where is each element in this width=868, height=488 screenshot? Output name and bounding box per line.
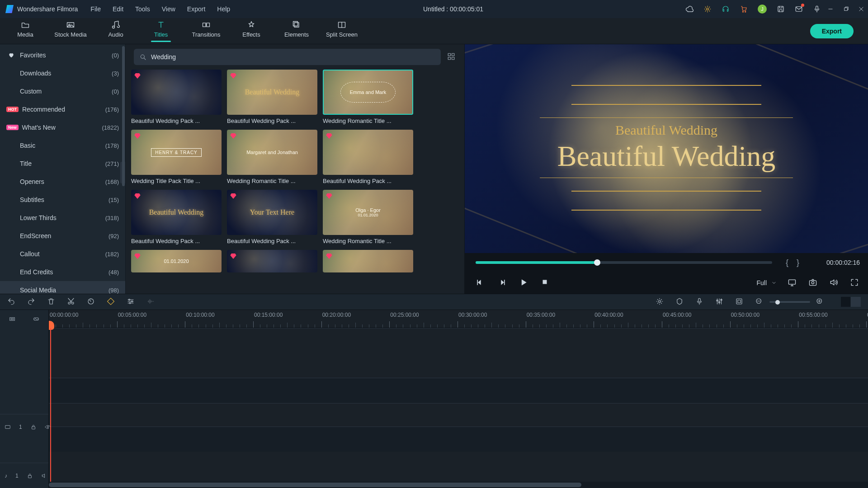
title-thumb[interactable] bbox=[323, 130, 413, 175]
hint-icon[interactable] bbox=[703, 5, 712, 13]
tab-effects[interactable]: Effects bbox=[229, 18, 274, 44]
title-thumb[interactable]: Your Text Here bbox=[227, 190, 317, 235]
title-card[interactable]: Your Text HereBeautiful Wedding Pack ... bbox=[227, 190, 317, 244]
cloud-icon[interactable] bbox=[685, 5, 693, 13]
play-icon[interactable] bbox=[519, 278, 529, 288]
sidebar-item-subtitles[interactable]: Subtitles(15) bbox=[0, 191, 125, 209]
menu-help[interactable]: Help bbox=[217, 5, 230, 13]
tab-split-screen[interactable]: Split Screen bbox=[319, 18, 364, 44]
tab-audio[interactable]: Audio bbox=[93, 18, 138, 44]
lock-icon[interactable] bbox=[27, 473, 33, 479]
sidebar-item-favorites[interactable]: Favorites(0) bbox=[0, 46, 125, 64]
timeline-hscroll[interactable] bbox=[49, 482, 868, 488]
download-icon[interactable] bbox=[307, 104, 315, 112]
ripple-link-icon[interactable] bbox=[33, 315, 40, 323]
messages-icon[interactable] bbox=[795, 5, 803, 13]
next-frame-icon[interactable] bbox=[497, 278, 507, 288]
mark-out-icon[interactable]: } bbox=[795, 258, 801, 267]
title-card[interactable]: Emma and MarkWedding Romantic Title ... bbox=[323, 70, 413, 124]
grid-view-icon[interactable] bbox=[447, 52, 456, 61]
search-field[interactable] bbox=[134, 49, 441, 65]
speed-icon[interactable] bbox=[87, 297, 96, 306]
title-card[interactable]: Beautiful WeddingBeautiful Wedding Pack … bbox=[227, 70, 317, 124]
mute-icon[interactable] bbox=[41, 473, 47, 479]
download-icon[interactable] bbox=[211, 224, 219, 232]
sidebar-item-custom[interactable]: Custom(0) bbox=[0, 82, 125, 100]
download-icon[interactable] bbox=[402, 224, 410, 232]
zoom-knob-icon[interactable] bbox=[775, 300, 780, 305]
audio-track-1[interactable] bbox=[49, 427, 868, 452]
sidebar-item-endscreen[interactable]: EndScreen(92) bbox=[0, 227, 125, 245]
audio-track-header[interactable]: ♪1 bbox=[0, 463, 48, 488]
save-icon[interactable] bbox=[777, 5, 785, 13]
sidebar-item-basic[interactable]: Basic(178) bbox=[0, 136, 125, 155]
title-card[interactable]: Beautiful Wedding Pack ... bbox=[323, 130, 413, 184]
tab-stock-media[interactable]: Stock Media bbox=[48, 18, 93, 44]
cart-icon[interactable] bbox=[740, 5, 748, 13]
title-card[interactable]: HENRY & TRACYWedding Title Pack Title ..… bbox=[131, 130, 222, 184]
mark-in-icon[interactable]: { bbox=[784, 258, 790, 267]
color-icon[interactable] bbox=[107, 297, 116, 306]
sidebar-item-social-media[interactable]: Social Media(98) bbox=[0, 281, 125, 294]
title-thumb[interactable] bbox=[227, 250, 317, 272]
title-thumb[interactable]: Beautiful Wedding bbox=[227, 70, 317, 115]
download-icon[interactable] bbox=[307, 224, 315, 232]
voiceover-icon[interactable] bbox=[695, 297, 704, 306]
sidebar-item-lower-thirds[interactable]: Lower Thirds(318) bbox=[0, 209, 125, 227]
user-avatar[interactable]: J bbox=[758, 5, 767, 14]
sidebar-scrollbar[interactable] bbox=[122, 44, 125, 294]
sidebar-item-callout[interactable]: Callout(182) bbox=[0, 245, 125, 263]
timeline-layout-toggle[interactable] bbox=[841, 297, 861, 307]
preview-seekbar[interactable] bbox=[476, 261, 772, 264]
support-icon[interactable] bbox=[722, 5, 730, 13]
download-icon[interactable] bbox=[211, 164, 219, 172]
sidebar-item-downloads[interactable]: Downloads(3) bbox=[0, 64, 125, 82]
window-minimize-icon[interactable] bbox=[827, 6, 834, 12]
tab-transitions[interactable]: Transitions bbox=[184, 18, 229, 44]
render-icon[interactable] bbox=[656, 297, 665, 306]
tab-elements[interactable]: Elements bbox=[274, 18, 319, 44]
seek-knob-icon[interactable] bbox=[594, 259, 600, 266]
undo-icon[interactable] bbox=[7, 297, 16, 306]
export-button[interactable]: Export bbox=[810, 24, 854, 38]
title-thumb[interactable]: Beautiful Wedding bbox=[131, 190, 222, 235]
display-out-icon[interactable] bbox=[788, 278, 797, 288]
menu-tools[interactable]: Tools bbox=[135, 5, 150, 13]
record-icon[interactable] bbox=[813, 5, 821, 13]
timeline-ruler[interactable]: 00:00:00:0000:05:00:0000:10:00:0000:15:0… bbox=[49, 310, 868, 328]
title-card[interactable]: Olga · Egor01.01.2020Wedding Romantic Ti… bbox=[323, 190, 413, 244]
zoom-in-icon[interactable] bbox=[816, 297, 825, 306]
title-thumb[interactable]: Olga · Egor01.01.2020 bbox=[323, 190, 413, 235]
snapshot-icon[interactable] bbox=[808, 278, 818, 288]
audio-adjust-icon[interactable] bbox=[146, 297, 156, 306]
linked-selection-icon[interactable] bbox=[9, 315, 16, 323]
cut-icon[interactable] bbox=[67, 297, 76, 306]
video-track-1[interactable] bbox=[49, 378, 868, 403]
window-close-icon[interactable] bbox=[858, 6, 864, 12]
adjust-icon[interactable] bbox=[127, 297, 136, 306]
playhead[interactable] bbox=[50, 328, 51, 482]
title-card[interactable]: Beautiful WeddingBeautiful Wedding Pack … bbox=[131, 190, 222, 244]
zoom-slider[interactable] bbox=[769, 301, 810, 303]
menu-file[interactable]: File bbox=[90, 5, 101, 13]
title-thumb[interactable] bbox=[323, 250, 413, 272]
tab-titles[interactable]: Titles bbox=[138, 18, 184, 44]
redo-icon[interactable] bbox=[27, 297, 36, 306]
menu-view[interactable]: View bbox=[162, 5, 175, 13]
title-card[interactable] bbox=[323, 250, 413, 272]
title-card[interactable] bbox=[227, 250, 317, 272]
delete-icon[interactable] bbox=[47, 297, 56, 306]
timeline-body[interactable]: 00:00:00:0000:05:00:0000:10:00:0000:15:0… bbox=[49, 310, 868, 488]
video-track-header[interactable]: 1 bbox=[0, 414, 48, 439]
lock-icon[interactable] bbox=[30, 424, 37, 430]
zoom-out-icon[interactable] bbox=[755, 297, 764, 306]
title-thumb[interactable]: 01.01.2020 bbox=[131, 250, 222, 272]
title-thumb[interactable]: Emma and Mark bbox=[323, 70, 413, 115]
volume-icon[interactable] bbox=[829, 278, 839, 288]
title-card[interactable]: Margaret and JonathanWedding Romantic Ti… bbox=[227, 130, 317, 184]
title-thumb[interactable]: Margaret and Jonathan bbox=[227, 130, 317, 175]
title-thumb[interactable] bbox=[131, 70, 222, 115]
download-icon[interactable] bbox=[402, 164, 410, 172]
stop-icon[interactable] bbox=[541, 278, 551, 288]
sidebar-item-openers[interactable]: Openers(168) bbox=[0, 173, 125, 191]
